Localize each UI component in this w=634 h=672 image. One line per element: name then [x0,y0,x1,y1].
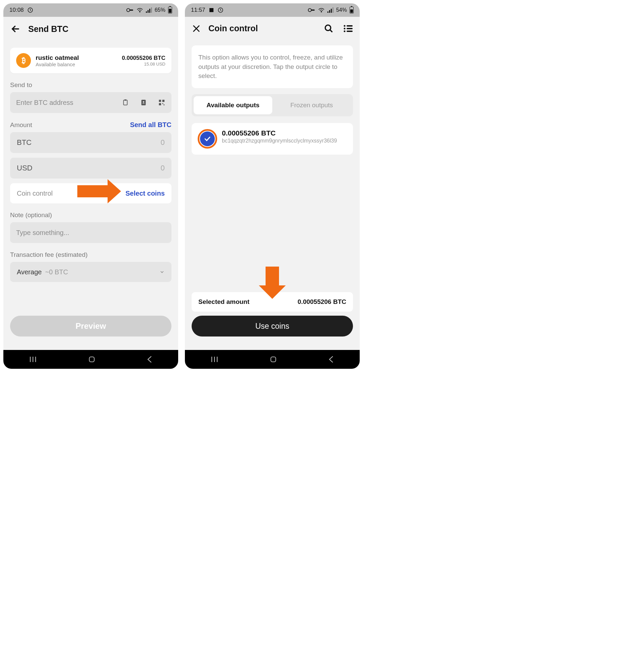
svg-point-31 [344,25,346,27]
svg-point-35 [344,30,346,32]
svg-rect-7 [151,7,152,13]
status-bar: 11:57 54% [185,3,360,17]
vpn-icon [308,8,315,13]
annotation-arrow-right-icon [77,181,121,201]
android-navbar [185,350,360,369]
tab-available-outputs[interactable]: Available outputs [194,96,272,114]
tab-frozen-outputs[interactable]: Frozen outputs [272,96,351,114]
wallet-name: rustic oatmeal [35,54,79,62]
contacts-icon[interactable] [140,98,147,106]
selected-amount-row: Selected amount 0.00055206 BTC [192,292,353,312]
svg-rect-29 [333,7,334,13]
output-tabs: Available outputs Frozen outputs [192,94,353,116]
svg-rect-8 [124,100,127,105]
svg-point-1 [127,8,130,11]
address-input[interactable]: Enter BTC address [10,92,171,113]
clock-icon [218,7,223,13]
battery-icon [349,7,353,14]
status-time: 11:57 [191,7,205,14]
annotation-highlight-circle [198,129,217,149]
wifi-icon [318,7,325,13]
address-placeholder: Enter BTC address [16,99,122,106]
svg-rect-20 [90,357,95,362]
utxo-address: bc1qqzqtr2hzgqmm9gnrymlscclyclmyxssyr36l… [222,137,347,145]
svg-rect-6 [149,9,150,13]
usd-amount-label: USD [17,164,161,172]
signal-icon [327,7,334,13]
svg-point-25 [321,11,322,12]
info-card: This option allows you to control, freez… [192,45,353,88]
svg-rect-2 [129,9,133,11]
usd-amount-value: 0 [161,164,165,172]
svg-rect-14 [159,103,161,105]
note-input[interactable]: Type something... [10,222,171,243]
info-text: This option allows you to control, freez… [198,54,343,79]
chevron-down-icon [159,269,165,275]
home-icon[interactable] [88,356,95,363]
fee-label: Transaction fee (estimated) [10,251,171,259]
coin-control-row[interactable]: Coin control Select coins [10,183,171,203]
svg-rect-32 [347,25,352,27]
svg-rect-16 [164,104,165,105]
signal-icon [146,7,152,13]
wallet-subtitle: Available balance [35,62,79,67]
usd-amount-input[interactable]: USD 0 [10,158,171,178]
selected-amount-label: Selected amount [198,298,249,306]
svg-point-33 [344,28,346,29]
svg-rect-12 [159,100,161,102]
svg-rect-26 [327,11,328,13]
btc-amount-label: BTC [17,138,161,147]
svg-rect-27 [329,10,330,13]
btc-amount-input[interactable]: BTC 0 [10,132,171,153]
svg-point-3 [140,11,140,12]
vpn-icon [126,8,134,13]
list-icon[interactable] [344,25,353,32]
close-icon[interactable] [192,24,201,33]
fee-amount: ~0 BTC [45,268,156,276]
svg-rect-28 [331,9,332,13]
select-coins-link[interactable]: Select coins [125,190,165,197]
battery-percent: 65% [155,7,165,13]
svg-rect-15 [162,103,163,104]
home-icon[interactable] [270,356,277,363]
svg-rect-4 [146,11,147,13]
svg-rect-5 [148,10,149,13]
recents-icon[interactable] [211,356,219,363]
utxo-selected-icon[interactable] [200,131,215,146]
back-arrow-icon[interactable] [10,24,21,34]
phone-coin-control: 11:57 54% Coin control This option allow… [185,3,360,369]
page-title: Send BTC [28,24,68,34]
utxo-amount: 0.00055206 BTC [222,129,347,137]
selected-amount-value: 0.00055206 BTC [297,298,346,306]
recents-icon[interactable] [29,356,37,363]
status-time: 10:08 [9,7,24,14]
back-nav-icon[interactable] [328,356,334,363]
app-header: Send BTC [3,17,178,40]
search-icon[interactable] [324,24,334,33]
preview-button[interactable]: Preview [10,316,171,336]
svg-rect-36 [347,30,352,32]
utxo-item[interactable]: 0.00055206 BTC bc1qqzqtr2hzgqmm9gnrymlsc… [192,123,353,154]
svg-point-30 [325,25,331,30]
back-nav-icon[interactable] [147,356,153,363]
wallet-card[interactable]: ₿ rustic oatmeal Available balance 0.000… [10,48,171,73]
wallet-btc-balance: 0.00055206 BTC [122,55,165,62]
note-label: Note (optional) [10,212,171,219]
fee-level: Average [17,268,42,276]
paste-icon[interactable] [122,98,129,106]
svg-rect-13 [162,100,164,102]
svg-point-23 [308,8,311,11]
phone-send-btc: 10:08 65% Send BTC ₿ rustic oatmeal Avai… [3,3,178,369]
send-all-link[interactable]: Send all BTC [130,121,171,129]
svg-rect-21 [210,8,214,12]
btc-icon: ₿ [16,53,31,68]
btc-amount-value: 0 [161,138,165,147]
svg-rect-34 [347,28,352,29]
use-coins-button[interactable]: Use coins [192,316,353,336]
fee-selector[interactable]: Average ~0 BTC [10,262,171,282]
note-placeholder: Type something... [16,229,165,237]
wifi-icon [137,7,143,13]
qr-scan-icon[interactable] [158,99,165,106]
svg-rect-9 [124,99,126,101]
svg-rect-40 [271,357,276,362]
